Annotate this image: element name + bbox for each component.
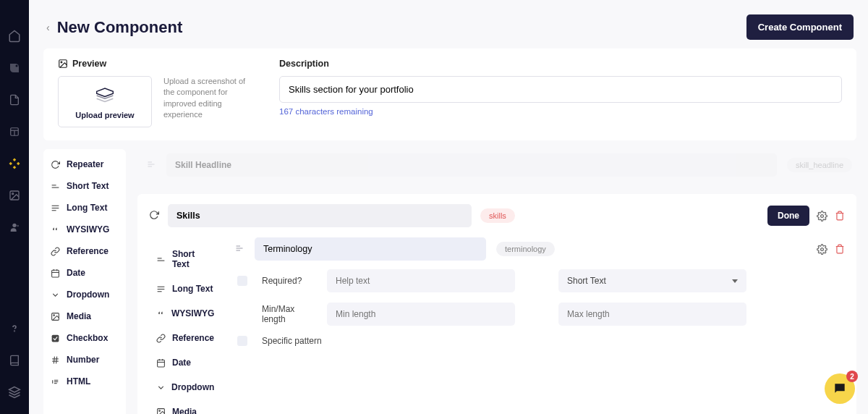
- min-length-input[interactable]: [327, 303, 515, 326]
- palette-item-wysiwyg[interactable]: WYSIWYG: [149, 301, 221, 326]
- description-input[interactable]: [279, 76, 842, 103]
- help-icon[interactable]: [7, 321, 22, 336]
- pattern-label: Specific pattern: [262, 336, 334, 346]
- long-icon: [156, 284, 166, 294]
- link-icon: [156, 334, 166, 343]
- palette-item-html[interactable]: HTML: [43, 371, 126, 392]
- svg-point-5: [12, 193, 14, 195]
- palette-item-wysiwyg[interactable]: WYSIWYG: [43, 219, 126, 240]
- preview-label: Preview: [58, 59, 250, 69]
- field-row-disabled: skill_headline: [137, 149, 856, 181]
- image-icon: [156, 407, 166, 415]
- repeat-icon: [149, 210, 159, 222]
- palette-item-date[interactable]: Date: [43, 262, 126, 284]
- short-icon: [156, 255, 166, 264]
- palette-item-media[interactable]: Media: [43, 305, 126, 327]
- nested-field-editor: terminology: [234, 237, 845, 414]
- palette-item-repeater[interactable]: Repeater: [43, 153, 126, 175]
- svg-point-6: [12, 224, 16, 227]
- nested-field-slug: terminology: [496, 242, 555, 256]
- upload-hint: Upload a screenshot of the component for…: [163, 76, 250, 127]
- nested-field-name-input[interactable]: [255, 237, 486, 261]
- quote-icon: [51, 225, 61, 235]
- svg-point-0: [16, 65, 18, 67]
- palette-item-long-text[interactable]: Long Text: [149, 276, 221, 301]
- users-icon[interactable]: [7, 220, 22, 235]
- chevron-down-icon: [51, 290, 61, 300]
- book-icon[interactable]: [7, 353, 22, 368]
- checkbox-icon: [51, 334, 61, 343]
- palette-item-dropdown[interactable]: Dropdown: [149, 375, 221, 400]
- table-icon[interactable]: [7, 124, 22, 139]
- svg-rect-23: [52, 334, 59, 342]
- svg-point-59: [821, 248, 824, 250]
- app-sidebar: [0, 0, 29, 414]
- drag-icon: [146, 159, 156, 171]
- chars-remaining: 167 characters remaining: [279, 107, 842, 116]
- help-text-input[interactable]: [327, 269, 515, 292]
- link-icon: [51, 247, 61, 256]
- gear-icon[interactable]: [817, 211, 827, 221]
- svg-marker-9: [9, 387, 20, 393]
- chevron-down-icon: [156, 383, 166, 392]
- palette-item-reference[interactable]: Reference: [43, 240, 126, 262]
- home-icon[interactable]: [7, 29, 22, 43]
- active-field-card: skills Done Short TextLong TextWYSIWYGRe…: [137, 194, 856, 414]
- field-palette: RepeaterShort TextLong TextWYSIWYGRefere…: [43, 149, 126, 414]
- nested-field-palette: Short TextLong TextWYSIWYGReferenceDateD…: [149, 237, 221, 414]
- minmax-label: Min/Max length: [262, 304, 312, 324]
- svg-point-22: [54, 314, 55, 316]
- components-icon[interactable]: [7, 156, 22, 171]
- code-icon: [51, 377, 61, 386]
- palette-item-media[interactable]: Media: [149, 400, 221, 414]
- image-icon[interactable]: [7, 188, 22, 203]
- palette-item-checkbox[interactable]: Checkbox: [43, 327, 126, 349]
- chat-badge: 2: [846, 371, 858, 382]
- palette-item-date[interactable]: Date: [149, 350, 221, 375]
- palette-item-long-text[interactable]: Long Text: [43, 197, 126, 219]
- palette-item-short-text[interactable]: Short Text: [149, 242, 221, 276]
- svg-point-46: [159, 410, 161, 411]
- blog-icon[interactable]: [7, 61, 22, 75]
- svg-point-35: [821, 214, 824, 217]
- calendar-icon: [51, 269, 61, 278]
- active-field-slug: skills: [480, 208, 515, 223]
- back-chevron-icon[interactable]: ‹: [46, 22, 50, 33]
- description-label: Description: [279, 59, 842, 69]
- palette-item-short-text[interactable]: Short Text: [43, 175, 126, 197]
- active-field-name-input[interactable]: [168, 204, 472, 227]
- document-icon[interactable]: [7, 93, 22, 107]
- svg-rect-41: [158, 360, 165, 367]
- svg-line-26: [54, 356, 54, 363]
- gear-icon[interactable]: [817, 244, 827, 255]
- layers-icon[interactable]: [7, 385, 22, 400]
- calendar-icon: [156, 358, 166, 368]
- trash-icon[interactable]: [835, 244, 845, 254]
- svg-point-8: [14, 331, 15, 331]
- upload-preview-button[interactable]: Upload preview: [58, 76, 152, 127]
- palette-item-number[interactable]: Number: [43, 349, 126, 371]
- meta-card: Preview Upload preview Upload a screensh…: [43, 48, 856, 140]
- required-label: Required?: [262, 276, 312, 286]
- page-title: New Component: [57, 18, 183, 37]
- svg-point-7: [17, 225, 19, 227]
- required-checkbox[interactable]: [237, 276, 247, 286]
- create-component-button[interactable]: Create Component: [746, 14, 854, 40]
- svg-point-11: [61, 62, 62, 63]
- short-icon: [51, 182, 61, 191]
- upload-preview-label: Upload preview: [59, 111, 151, 119]
- max-length-input[interactable]: [558, 303, 746, 326]
- palette-item-reference[interactable]: Reference: [149, 326, 221, 350]
- field-type-select[interactable]: Short Text: [558, 269, 746, 292]
- hash-icon: [51, 355, 61, 365]
- quote-icon: [156, 309, 166, 318]
- long-icon: [51, 203, 61, 213]
- palette-item-dropdown[interactable]: Dropdown: [43, 284, 126, 305]
- chat-bubble[interactable]: 2: [825, 373, 855, 404]
- svg-rect-17: [52, 270, 59, 277]
- pattern-checkbox[interactable]: [237, 336, 247, 346]
- done-button[interactable]: Done: [767, 206, 809, 226]
- trash-icon[interactable]: [835, 211, 845, 221]
- drag-icon[interactable]: [234, 243, 244, 255]
- disabled-field-name: [166, 153, 777, 177]
